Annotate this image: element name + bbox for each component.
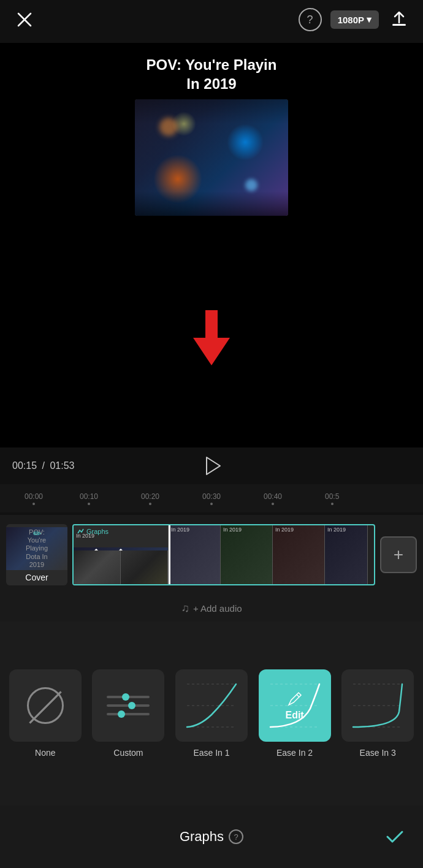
bottom-bar: Graphs ? bbox=[0, 805, 423, 868]
easing-section: None Custom bbox=[0, 622, 423, 805]
ease-in-2-label: Ease In 2 bbox=[276, 748, 313, 758]
ruler-mark-3: 00:30 bbox=[202, 492, 221, 505]
time-display: 00:15 / 01:53 bbox=[12, 460, 74, 471]
cover-clip[interactable]: POV: You're Playing Dota In 2019 ✏ Cover bbox=[6, 524, 67, 585]
video-title: POV: You're Playin In 2019 bbox=[147, 55, 277, 93]
ease-none-box bbox=[9, 669, 82, 742]
ruler-mark-5: 00:5 bbox=[325, 492, 339, 505]
clip-label-3: In 2019 bbox=[275, 527, 294, 533]
svg-line-12 bbox=[297, 695, 299, 697]
ease-in-1-box bbox=[175, 669, 248, 742]
clip-label-4: In 2019 bbox=[327, 527, 346, 533]
custom-icon bbox=[107, 696, 150, 715]
bottom-title-text: Graphs bbox=[180, 829, 224, 845]
help-button[interactable]: ? bbox=[299, 8, 322, 31]
top-bar: ? 1080P ▾ bbox=[0, 0, 423, 39]
ease-none-label: None bbox=[35, 748, 55, 758]
ease-option-custom[interactable]: Custom bbox=[90, 669, 168, 758]
bottom-title: Graphs ? bbox=[180, 829, 243, 845]
playback-bar: 00:15 / 01:53 bbox=[0, 447, 423, 484]
ease-option-none[interactable]: None bbox=[6, 669, 85, 758]
ruler-mark-0: 00:00 bbox=[25, 492, 43, 505]
current-time: 00:15 bbox=[12, 460, 37, 471]
ease-option-ease-in-1[interactable]: Ease In 1 bbox=[172, 669, 251, 758]
timeline-label: Graphs bbox=[77, 528, 109, 535]
svg-marker-4 bbox=[193, 310, 230, 365]
add-clip-button[interactable]: + bbox=[380, 536, 417, 573]
add-audio-label: + Add audio bbox=[193, 603, 242, 614]
close-button[interactable] bbox=[12, 7, 37, 32]
clip-segment-1: In 2019 bbox=[169, 525, 221, 584]
resolution-arrow-icon: ▾ bbox=[367, 14, 372, 25]
none-icon bbox=[27, 687, 64, 724]
svg-rect-2 bbox=[392, 24, 406, 26]
time-separator: / bbox=[42, 460, 45, 471]
ease-option-ease-in-2[interactable]: Edit Ease In 2 bbox=[256, 669, 334, 758]
clip-segment-3: In 2019 bbox=[273, 525, 325, 584]
timeline-ruler: 00:00 00:10 00:20 00:30 00:40 00:5 bbox=[0, 484, 423, 512]
main-timeline[interactable]: Graphs In 2019 In 2019 In 2019 In 2019 bbox=[72, 524, 375, 585]
ruler-mark-4: 00:40 bbox=[264, 492, 282, 505]
clip-label-2: In 2019 bbox=[223, 527, 242, 533]
top-bar-right: ? 1080P ▾ bbox=[299, 8, 411, 31]
clip-segment-2: In 2019 bbox=[221, 525, 273, 584]
confirm-button[interactable] bbox=[381, 823, 408, 850]
ruler-mark-1: 00:10 bbox=[80, 492, 98, 505]
ease-in-1-label: Ease In 1 bbox=[193, 748, 229, 758]
video-thumbnail bbox=[135, 99, 288, 216]
red-arrow bbox=[187, 310, 236, 368]
svg-marker-5 bbox=[207, 457, 220, 474]
ease-custom-box bbox=[92, 669, 164, 742]
clip-area: POV: You're Playing Dota In 2019 ✏ Cover… bbox=[0, 515, 423, 595]
clip-label-1: In 2019 bbox=[171, 527, 189, 533]
resolution-button[interactable]: 1080P ▾ bbox=[330, 10, 379, 29]
clip-segment-4: In 2019 bbox=[325, 525, 368, 584]
help-icon: ? bbox=[307, 13, 313, 26]
bottom-help-button[interactable]: ? bbox=[229, 829, 243, 844]
play-button[interactable] bbox=[198, 452, 225, 479]
ruler-mark-2: 00:20 bbox=[141, 492, 159, 505]
add-audio-icon: ♫ bbox=[181, 602, 189, 615]
timeline-cursor bbox=[169, 525, 170, 584]
resolution-label: 1080P bbox=[338, 15, 364, 25]
ease-custom-label: Custom bbox=[113, 748, 143, 758]
export-button[interactable] bbox=[387, 8, 411, 31]
ease-option-ease-in-3[interactable]: Ease In 3 bbox=[338, 669, 417, 758]
ease-in-2-box: Edit bbox=[259, 669, 331, 742]
total-time: 01:53 bbox=[50, 460, 74, 471]
ease-in-3-label: Ease In 3 bbox=[360, 748, 396, 758]
add-clip-icon: + bbox=[394, 545, 403, 565]
video-area: POV: You're Playin In 2019 bbox=[0, 43, 423, 447]
ease-in-3-box bbox=[341, 669, 414, 742]
cover-edit-icon: ✏ bbox=[33, 528, 41, 539]
cover-label: Cover bbox=[25, 573, 48, 582]
ease-in-2-edit-label: Edit bbox=[285, 710, 303, 721]
add-audio-bar[interactable]: ♫ + Add audio bbox=[0, 595, 423, 622]
